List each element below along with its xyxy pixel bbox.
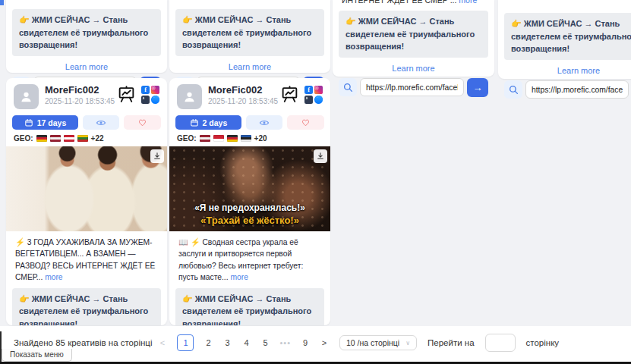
geo-extra-count[interactable]: +20 xyxy=(254,134,267,143)
creative-card-1: MoreFic002 2025-11-20 18:53:45 f 17 days… xyxy=(6,78,167,325)
landing-url-input[interactable] xyxy=(360,78,464,96)
cta-headline: 👉 ЖМИ СЕЙЧАС → Стань свидетелем её триум… xyxy=(12,288,161,325)
page-item[interactable]: 3 xyxy=(222,338,232,347)
country-flag xyxy=(241,135,251,142)
wedding-scene-illustration xyxy=(6,146,167,231)
messenger-icon xyxy=(151,96,159,104)
geo-label: GEO: xyxy=(177,134,197,143)
creative-image-dark[interactable]: «Я не предохранялась!» «Трахай её жёстко… xyxy=(169,146,330,231)
calendar-icon xyxy=(24,118,33,127)
cta-headline: 👉 ЖМИ СЕЙЧАС → Стань свидетелем её триум… xyxy=(504,13,631,60)
facebook-icon: f xyxy=(141,86,150,94)
learn-more-link[interactable]: Learn more xyxy=(6,62,167,71)
creative-card-partial-4: 👉 ЖМИ СЕЙЧАС → Стань свидетелем её триум… xyxy=(498,0,631,79)
days-active-button[interactable]: 17 days xyxy=(12,115,78,130)
board-chart-icon[interactable] xyxy=(117,85,136,104)
download-image-button[interactable] xyxy=(314,149,327,163)
country-flag xyxy=(213,135,224,142)
calendar-icon xyxy=(190,118,199,127)
creative-card-partial-1: 👉 ЖМИ СЕЙЧАС → Стань свидетелем её триум… xyxy=(6,0,167,73)
more-link[interactable]: more xyxy=(45,273,62,281)
creative-card-partial-3: ИНТЕРНЕТ ЖДЁТ ЕЁ СМЕР ... more 👉 ЖМИ СЕЙ… xyxy=(333,0,494,77)
country-flag xyxy=(64,135,74,142)
pagination-bar: Знайдено 85 креативів на сторінці <12345… xyxy=(0,326,631,362)
advertiser-avatar xyxy=(177,84,202,109)
instagram-icon xyxy=(151,86,159,94)
page-item[interactable]: > xyxy=(320,338,329,347)
search-icon[interactable] xyxy=(339,78,357,96)
views-button[interactable] xyxy=(246,115,283,130)
learn-more-link[interactable]: Learn more xyxy=(333,64,494,73)
truncated-description: ИНТЕРНЕТ ЖДЁТ ЕЁ СМЕР ... xyxy=(342,0,459,5)
rainy-glass-illustration: «Я не предохранялась!» «Трахай её жёстко… xyxy=(169,146,330,231)
geo-flags xyxy=(36,135,88,142)
learn-more-link[interactable]: Learn more xyxy=(169,62,330,71)
country-flag xyxy=(200,135,210,142)
instagram-icon xyxy=(314,86,323,94)
advertiser-name: MoreFic002 xyxy=(208,84,280,96)
country-flag xyxy=(77,135,88,142)
geo-label: GEO: xyxy=(14,134,33,143)
page-item[interactable]: 2 xyxy=(203,338,213,347)
learn-more-link[interactable]: Learn more xyxy=(498,66,631,75)
landing-url-input[interactable] xyxy=(525,80,629,99)
country-flag xyxy=(50,135,61,142)
goto-label: Перейти на xyxy=(428,338,475,347)
more-link[interactable]: more xyxy=(230,273,248,281)
heart-icon xyxy=(137,118,147,127)
favorite-button[interactable] xyxy=(287,115,324,130)
page-item: ••• xyxy=(279,338,291,347)
more-link[interactable]: more xyxy=(459,0,477,5)
creative-image-wedding[interactable] xyxy=(6,146,167,231)
image-caption-yellow: «Трахай её жёстко!» xyxy=(169,215,330,226)
page-current[interactable]: 1 xyxy=(177,334,194,351)
scroll-remnant xyxy=(0,0,4,5)
page-item[interactable]: 9 xyxy=(301,338,310,347)
creative-card-2: MoreFic002 2025-11-20 18:53:45 f 2 days … xyxy=(169,78,330,325)
page-item[interactable]: 5 xyxy=(260,338,270,347)
results-summary: Знайдено 85 креативів на сторінці xyxy=(14,338,152,347)
pagination-pages: <12345•••9> xyxy=(158,334,329,351)
creative-card-partial-2: 👉 ЖМИ СЕЙЧАС → Стань свидетелем её триум… xyxy=(169,0,330,73)
page-item: < xyxy=(158,338,167,347)
board-chart-icon[interactable] xyxy=(280,85,299,104)
advertiser-name: MoreFic002 xyxy=(45,84,117,96)
creative-description: ⚡ 3 ГОДА УХАЖИВАЛА ЗА МУЖЕМ-ВЕГЕТАТИВЦЕМ… xyxy=(15,238,155,281)
search-icon[interactable] xyxy=(504,80,522,99)
eye-icon xyxy=(96,118,106,128)
views-button[interactable] xyxy=(83,115,120,130)
facebook-icon: f xyxy=(304,86,313,94)
open-url-button[interactable]: → xyxy=(467,78,488,97)
arrow-right-icon: → xyxy=(473,83,483,93)
audience-network-icon xyxy=(304,96,313,104)
creative-datetime: 2025-11-20 18:53:45 xyxy=(208,97,280,105)
audience-network-icon xyxy=(141,96,150,104)
show-menu-button[interactable]: Показать меню xyxy=(2,349,72,362)
cta-headline: 👉 ЖМИ СЕЙЧАС → Стань свидетелем её триум… xyxy=(175,288,324,325)
download-image-button[interactable] xyxy=(150,149,164,163)
advertiser-avatar xyxy=(14,84,39,109)
goto-page-input[interactable] xyxy=(485,334,516,352)
geo-flags xyxy=(200,135,251,142)
eye-icon xyxy=(259,118,270,128)
chevron-down-icon: ∨ xyxy=(405,340,410,347)
heart-icon xyxy=(301,118,311,127)
cta-headline: 👉 ЖМИ СЕЙЧАС → Стань свидетелем её триум… xyxy=(12,9,161,56)
page-item[interactable]: 4 xyxy=(241,338,251,347)
page-size-select[interactable]: 10 /на сторінці ∨ xyxy=(339,335,417,350)
country-flag xyxy=(36,135,47,142)
image-caption-white: «Я не предохранялась!» xyxy=(169,202,330,213)
geo-extra-count[interactable]: +22 xyxy=(91,134,104,143)
country-flag xyxy=(227,135,238,142)
cta-headline: 👉 ЖМИ СЕЙЧАС → Стань свидетелем её триум… xyxy=(339,11,488,58)
messenger-icon xyxy=(314,96,323,104)
days-active-button[interactable]: 2 days xyxy=(175,115,241,130)
goto-suffix-label: сторінку xyxy=(526,338,560,347)
cta-headline: 👉 ЖМИ СЕЙЧАС → Стань свидетелем её триум… xyxy=(175,9,324,56)
favorite-button[interactable] xyxy=(124,115,161,130)
creative-datetime: 2025-11-20 18:53:45 xyxy=(45,97,117,105)
